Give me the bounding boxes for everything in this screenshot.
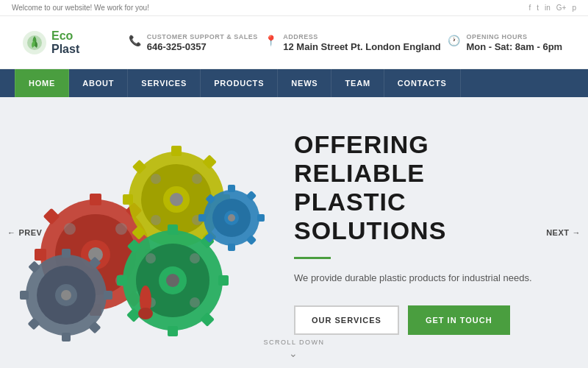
scroll-down-label: SCROLL DOWN bbox=[263, 339, 324, 346]
contact-value: 646-325-0357 bbox=[147, 41, 258, 52]
hero-title: OFFERING RELIABLE PLASTIC SOLUTIONS bbox=[294, 130, 559, 245]
svg-rect-55 bbox=[62, 333, 71, 342]
nav-news[interactable]: NEWS bbox=[278, 69, 331, 97]
hero-image bbox=[15, 122, 279, 343]
svg-rect-40 bbox=[218, 275, 229, 286]
logo-eco: Eco bbox=[51, 29, 79, 43]
logo-icon bbox=[22, 30, 47, 55]
hours-label: OPENING HOURS bbox=[466, 33, 562, 40]
nav-home[interactable]: HOME bbox=[15, 69, 69, 97]
next-label: NEXT bbox=[546, 228, 569, 237]
svg-rect-9 bbox=[35, 249, 46, 261]
svg-point-65 bbox=[228, 214, 235, 222]
hours-value: Mon - Sat: 8am - 6pm bbox=[466, 41, 562, 52]
svg-point-37 bbox=[166, 274, 179, 287]
scroll-down-arrow-icon: ⌄ bbox=[263, 347, 324, 359]
svg-point-53 bbox=[61, 290, 71, 300]
main-nav: HOME ABOUT SERVICES PRODUCTS NEWS TEAM C… bbox=[0, 69, 588, 97]
svg-point-46 bbox=[190, 253, 200, 263]
logo-text: Eco Plast bbox=[51, 29, 79, 55]
googleplus-icon[interactable]: G+ bbox=[556, 4, 567, 12]
address-info: 📍 ADDRESS 12 Main Street Pt. London Engl… bbox=[265, 33, 441, 52]
svg-rect-6 bbox=[90, 194, 101, 205]
nav-contacts[interactable]: CONTACTS bbox=[384, 69, 461, 97]
contact-label: CUSTOMER SUPPORT & SALES bbox=[147, 33, 258, 40]
svg-point-21 bbox=[170, 193, 183, 206]
address-label: ADDRESS bbox=[283, 33, 441, 40]
svg-point-49 bbox=[146, 253, 156, 263]
instagram-icon[interactable]: in bbox=[545, 4, 551, 12]
hero-buttons: OUR SERVICES GET IN TOUCH bbox=[294, 305, 559, 335]
logo-plast: Plast bbox=[51, 43, 79, 56]
location-icon: 📍 bbox=[265, 35, 277, 46]
welcome-text: Welcome to our website! We work for you! bbox=[12, 4, 149, 12]
hero-title-line2: PLASTIC SOLUTIONS bbox=[294, 188, 446, 244]
our-services-button[interactable]: OUR SERVICES bbox=[294, 305, 399, 335]
hero-content: OFFERING RELIABLE PLASTIC SOLUTIONS We p… bbox=[279, 130, 588, 336]
svg-rect-57 bbox=[20, 291, 29, 300]
svg-point-33 bbox=[151, 174, 161, 184]
svg-point-31 bbox=[151, 215, 161, 225]
svg-rect-41 bbox=[117, 275, 127, 286]
svg-rect-54 bbox=[62, 249, 71, 258]
svg-rect-25 bbox=[123, 194, 133, 205]
address-value: 12 Main Street Pt. London England bbox=[283, 41, 441, 52]
nav-about[interactable]: ABOUT bbox=[69, 69, 128, 97]
svg-point-48 bbox=[190, 297, 200, 308]
hero-section: ← PREV bbox=[0, 97, 588, 368]
pinterest-icon[interactable]: p bbox=[572, 4, 576, 12]
svg-point-17 bbox=[64, 223, 76, 235]
svg-point-14 bbox=[115, 223, 127, 235]
svg-rect-39 bbox=[168, 326, 178, 336]
hero-subtitle: We provide durable plastic products for … bbox=[294, 271, 559, 286]
hero-title-line1: OFFERING RELIABLE bbox=[294, 130, 429, 187]
phone-icon: 📞 bbox=[129, 35, 141, 46]
next-button[interactable]: NEXT → bbox=[546, 228, 581, 237]
nav-team[interactable]: TEAM bbox=[331, 69, 384, 97]
logo[interactable]: Eco Plast bbox=[22, 29, 110, 55]
site-header: Eco Plast 📞 CUSTOMER SUPPORT & SALES 646… bbox=[0, 16, 588, 69]
nav-products[interactable]: PRODUCTS bbox=[201, 69, 278, 97]
top-bar: Welcome to our website! We work for you!… bbox=[0, 0, 588, 16]
svg-rect-67 bbox=[228, 244, 235, 251]
gears-svg bbox=[15, 122, 279, 343]
svg-point-75 bbox=[138, 308, 153, 319]
nav-services[interactable]: SERVICES bbox=[128, 69, 201, 97]
next-arrow-icon: → bbox=[573, 228, 581, 237]
facebook-icon[interactable]: f bbox=[528, 4, 531, 12]
get-in-touch-button[interactable]: GET IN TOUCH bbox=[408, 305, 510, 335]
scroll-down[interactable]: SCROLL DOWN ⌄ bbox=[263, 339, 324, 359]
svg-rect-66 bbox=[228, 185, 235, 192]
header-info: 📞 CUSTOMER SUPPORT & SALES 646-325-0357 … bbox=[110, 33, 566, 52]
svg-point-30 bbox=[192, 174, 202, 184]
svg-rect-56 bbox=[104, 291, 112, 300]
svg-rect-68 bbox=[257, 214, 265, 222]
hero-divider bbox=[294, 257, 331, 259]
svg-rect-38 bbox=[168, 224, 178, 235]
contact-info: 📞 CUSTOMER SUPPORT & SALES 646-325-0357 bbox=[129, 33, 258, 52]
svg-rect-22 bbox=[171, 146, 182, 156]
clock-icon: 🕐 bbox=[448, 35, 460, 46]
twitter-icon[interactable]: t bbox=[537, 4, 539, 12]
svg-rect-69 bbox=[198, 214, 206, 222]
social-icons: f t in G+ p bbox=[528, 4, 576, 12]
hours-info: 🕐 OPENING HOURS Mon - Sat: 8am - 6pm bbox=[448, 33, 562, 52]
